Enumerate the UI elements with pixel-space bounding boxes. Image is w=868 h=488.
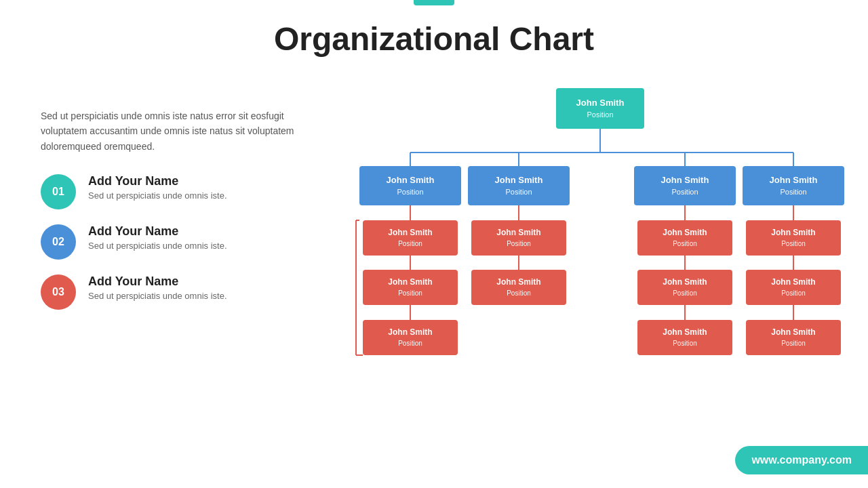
svg-text:Position: Position: [505, 188, 532, 196]
number-label-2: 02: [52, 236, 64, 248]
list-item: 01 Add Your Name Sed ut perspiciatis und…: [41, 174, 326, 209]
svg-rect-50: [746, 270, 841, 305]
svg-rect-56: [363, 320, 458, 355]
item-text-3: Add Your Name Sed ut perspiciatis unde o…: [88, 274, 227, 301]
number-circle-1: 01: [41, 174, 76, 209]
svg-rect-18: [743, 166, 844, 205]
number-label-3: 03: [52, 286, 64, 298]
svg-text:Position: Position: [587, 110, 613, 119]
left-panel: Sed ut perspiciatis unde omnis iste natu…: [41, 108, 326, 310]
item-text-2: Add Your Name Sed ut perspiciatis unde o…: [88, 224, 227, 251]
svg-text:John Smith: John Smith: [661, 175, 709, 185]
svg-text:John Smith: John Smith: [387, 175, 435, 185]
svg-rect-44: [471, 270, 566, 305]
org-chart: John Smith Position John Smith Position …: [353, 81, 854, 461]
number-circle-2: 02: [41, 224, 76, 260]
item-title-1: Add Your Name: [88, 174, 227, 188]
svg-text:Position: Position: [507, 240, 531, 247]
svg-text:John Smith: John Smith: [496, 277, 540, 287]
numbered-items-list: 01 Add Your Name Sed ut perspiciatis und…: [41, 174, 326, 310]
svg-text:Position: Position: [397, 188, 423, 196]
description-text: Sed ut perspiciatis unde omnis iste natu…: [41, 108, 326, 154]
svg-rect-28: [471, 220, 566, 256]
svg-text:Position: Position: [780, 188, 806, 196]
svg-text:Position: Position: [398, 340, 422, 347]
item-title-3: Add Your Name: [88, 274, 227, 289]
top-accent-bar: [414, 0, 454, 5]
svg-rect-31: [637, 220, 732, 256]
website-badge: www.company.com: [735, 446, 868, 474]
svg-text:John Smith: John Smith: [388, 228, 432, 237]
svg-rect-15: [634, 166, 736, 205]
svg-rect-47: [637, 270, 732, 305]
number-circle-3: 03: [41, 274, 76, 310]
svg-rect-0: [556, 88, 644, 129]
svg-rect-34: [746, 220, 841, 256]
svg-text:John Smith: John Smith: [663, 327, 707, 337]
svg-text:Position: Position: [673, 340, 697, 347]
svg-text:Position: Position: [781, 289, 806, 297]
svg-text:Position: Position: [671, 188, 698, 196]
page-title: Organizational Chart: [0, 14, 868, 58]
list-item: 02 Add Your Name Sed ut perspiciatis und…: [41, 224, 326, 260]
website-text: www.company.com: [751, 454, 852, 466]
svg-text:Position: Position: [507, 289, 531, 297]
svg-text:John Smith: John Smith: [388, 327, 432, 337]
svg-text:John Smith: John Smith: [495, 175, 543, 185]
list-item: 03 Add Your Name Sed ut perspiciatis und…: [41, 274, 326, 310]
svg-text:John Smith: John Smith: [771, 277, 815, 287]
svg-rect-9: [359, 166, 461, 205]
svg-rect-12: [468, 166, 570, 205]
org-chart-svg: John Smith Position John Smith Position …: [353, 81, 854, 461]
svg-text:John Smith: John Smith: [576, 98, 625, 108]
svg-rect-59: [637, 320, 732, 355]
svg-text:John Smith: John Smith: [496, 228, 540, 237]
svg-rect-25: [363, 220, 458, 256]
svg-text:Position: Position: [398, 289, 422, 297]
item-desc-1: Sed ut perspiciatis unde omnis iste.: [88, 190, 227, 201]
svg-text:John Smith: John Smith: [388, 277, 432, 287]
svg-rect-41: [363, 270, 458, 305]
svg-text:John Smith: John Smith: [771, 327, 815, 337]
item-text-1: Add Your Name Sed ut perspiciatis unde o…: [88, 174, 227, 201]
item-desc-2: Sed ut perspiciatis unde omnis iste.: [88, 241, 227, 251]
item-desc-3: Sed ut perspiciatis unde omnis iste.: [88, 291, 227, 301]
svg-text:John Smith: John Smith: [663, 277, 707, 287]
svg-text:Position: Position: [673, 289, 697, 297]
svg-text:Position: Position: [673, 240, 697, 247]
svg-text:John Smith: John Smith: [771, 228, 815, 237]
svg-text:Position: Position: [398, 240, 422, 247]
svg-text:Position: Position: [781, 240, 806, 247]
svg-rect-62: [746, 320, 841, 355]
svg-text:Position: Position: [781, 340, 806, 347]
svg-text:John Smith: John Smith: [663, 228, 707, 237]
number-label-1: 01: [52, 186, 64, 198]
svg-text:John Smith: John Smith: [770, 175, 818, 185]
item-title-2: Add Your Name: [88, 224, 227, 239]
